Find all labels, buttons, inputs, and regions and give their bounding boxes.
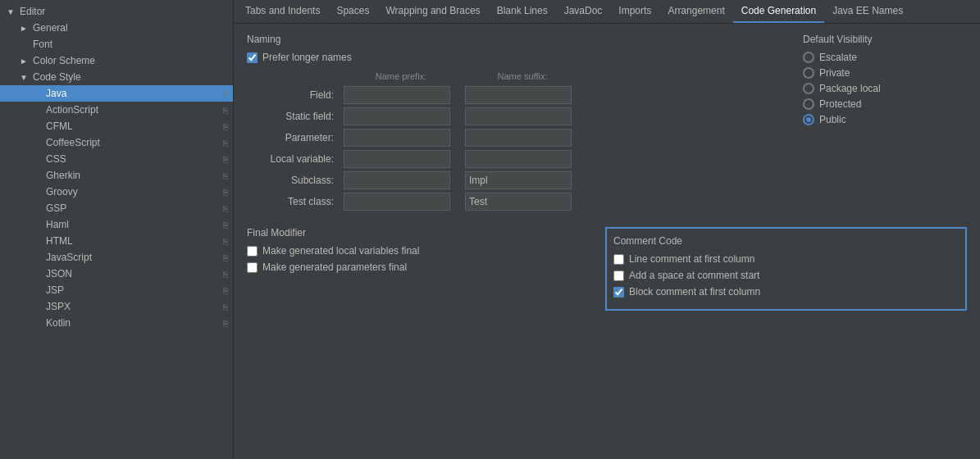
final-modifier-option-params-final[interactable]: Make generated parameters final: [247, 261, 592, 273]
sidebar-item-label: Haml: [46, 219, 69, 230]
radio-item-public[interactable]: Public: [803, 114, 967, 125]
sidebar-item-jspx[interactable]: JSPX⎘: [0, 298, 233, 315]
tab-spaces[interactable]: Spaces: [328, 0, 377, 23]
tab-tabs-indents[interactable]: Tabs and Indents: [237, 0, 328, 23]
tab-code-generation[interactable]: Code Generation: [733, 0, 824, 23]
sidebar-item-label: Font: [33, 39, 52, 50]
sidebar-item-label: Kotlin: [46, 317, 71, 329]
sidebar-item-html[interactable]: HTML⎘: [0, 233, 233, 249]
checkbox-label-block-comment: Block comment at first column: [629, 286, 760, 298]
radio-label-package-local: Package local: [819, 83, 881, 94]
sidebar-item-coffeescript[interactable]: CoffeeScript⎘: [0, 134, 233, 151]
tab-javadoc[interactable]: JavaDoc: [556, 0, 611, 23]
final-modifier-title: Final Modifier: [247, 227, 592, 239]
radio-label-private: Private: [819, 67, 850, 79]
prefer-longer-checkbox[interactable]: [247, 52, 258, 63]
top-section: Naming Prefer longer names Name prefix: …: [247, 34, 967, 211]
naming-prefix-5[interactable]: [344, 193, 450, 211]
comment-code-option-block-comment[interactable]: Block comment at first column: [613, 286, 959, 298]
checkbox-space-comment-start[interactable]: [613, 270, 624, 281]
visibility-radio-group: EscalatePrivatePackage localProtectedPub…: [803, 52, 967, 125]
checkbox-block-comment[interactable]: [613, 287, 624, 298]
radio-circle-protected: [803, 98, 814, 110]
radio-item-private[interactable]: Private: [803, 67, 967, 79]
naming-row-label-1: Static field:: [247, 111, 337, 122]
sidebar-item-actionscript[interactable]: ActionScript⎘: [0, 102, 233, 118]
sidebar-item-color-scheme[interactable]: ►Color Scheme: [0, 52, 233, 69]
naming-suffix-3[interactable]: [465, 150, 572, 168]
sidebar-item-label: Editor: [20, 6, 45, 17]
sidebar-item-label: GSP: [46, 202, 66, 214]
naming-row-label-3: Local variable:: [247, 153, 337, 165]
checkbox-params-final[interactable]: [247, 262, 258, 273]
prefer-longer-label: Prefer longer names: [262, 52, 352, 63]
copy-icon: ⎘: [223, 204, 228, 213]
copy-icon: ⎘: [223, 89, 228, 98]
sidebar: ▼Editor►GeneralFont►Color Scheme▼Code St…: [0, 0, 234, 459]
naming-suffix-4[interactable]: [465, 171, 572, 189]
tab-java-ee-names[interactable]: Java EE Names: [824, 0, 911, 23]
main-content: Tabs and IndentsSpacesWrapping and Brace…: [234, 0, 980, 459]
copy-icon: ⎘: [223, 253, 228, 262]
sidebar-item-label: Gherkin: [46, 170, 80, 181]
sidebar-item-css[interactable]: CSS⎘: [0, 151, 233, 167]
checkbox-local-final[interactable]: [247, 246, 258, 257]
sidebar-item-font[interactable]: Font: [0, 36, 233, 52]
sidebar-item-cfml[interactable]: CFML⎘: [0, 118, 233, 134]
sidebar-item-javascript[interactable]: JavaScript⎘: [0, 249, 233, 266]
sidebar-item-kotlin[interactable]: Kotlin⎘: [0, 315, 233, 331]
copy-icon: ⎘: [223, 155, 228, 164]
copy-icon: ⎘: [223, 122, 228, 131]
visibility-section: Default Visibility EscalatePrivatePackag…: [803, 34, 967, 211]
radio-circle-package-local: [803, 83, 814, 94]
checkbox-line-comment-first[interactable]: [613, 254, 624, 265]
sidebar-item-label: Code Style: [33, 71, 81, 83]
arrow-icon: ►: [20, 24, 30, 33]
tab-imports[interactable]: Imports: [610, 0, 659, 23]
naming-prefix-0[interactable]: [344, 86, 450, 104]
sidebar-item-editor[interactable]: ▼Editor: [0, 3, 233, 20]
comment-code-option-line-comment-first[interactable]: Line comment at first column: [613, 253, 959, 265]
tab-wrapping[interactable]: Wrapping and Braces: [377, 0, 488, 23]
naming-row-label-5: Test class:: [247, 196, 337, 207]
radio-circle-private: [803, 67, 814, 79]
naming-prefix-2[interactable]: [344, 129, 450, 147]
tab-blank-lines[interactable]: Blank Lines: [489, 0, 556, 23]
copy-icon: ⎘: [223, 188, 228, 197]
sidebar-item-label: JavaScript: [46, 252, 92, 263]
naming-grid: Name prefix: Name suffix: Field:Static f…: [247, 71, 790, 211]
radio-item-escalate[interactable]: Escalate: [803, 52, 967, 63]
sidebar-item-gherkin[interactable]: Gherkin⎘: [0, 167, 233, 184]
comment-code-options: Line comment at first columnAdd a space …: [613, 253, 959, 298]
comment-code-section: Comment Code Line comment at first colum…: [605, 227, 967, 311]
sidebar-item-gsp[interactable]: GSP⎘: [0, 200, 233, 216]
naming-prefix-1[interactable]: [344, 107, 450, 125]
arrow-icon: ▼: [7, 7, 16, 16]
comment-code-option-space-comment-start[interactable]: Add a space at comment start: [613, 270, 959, 281]
sidebar-item-label: General: [33, 22, 68, 34]
sidebar-item-json[interactable]: JSON⎘: [0, 266, 233, 282]
sidebar-item-groovy[interactable]: Groovy⎘: [0, 184, 233, 200]
copy-icon: ⎘: [223, 237, 228, 246]
naming-row-label-2: Parameter:: [247, 132, 337, 143]
arrow-icon: ▼: [20, 73, 30, 82]
checkbox-label-line-comment-first: Line comment at first column: [629, 253, 754, 265]
tab-arrangement[interactable]: Arrangement: [659, 0, 732, 23]
sidebar-item-label: JSP: [46, 284, 64, 296]
sidebar-item-jsp[interactable]: JSP⎘: [0, 282, 233, 298]
sidebar-item-general[interactable]: ►General: [0, 20, 233, 36]
naming-prefix-3[interactable]: [344, 150, 450, 168]
naming-suffix-5[interactable]: [465, 193, 572, 211]
sidebar-item-haml[interactable]: Haml⎘: [0, 216, 233, 233]
sidebar-item-code-style[interactable]: ▼Code Style: [0, 69, 233, 85]
arrow-icon: ►: [20, 57, 30, 66]
naming-suffix-1[interactable]: [465, 107, 572, 125]
sidebar-item-java[interactable]: Java⎘: [0, 85, 233, 102]
naming-suffix-0[interactable]: [465, 86, 572, 104]
naming-suffix-2[interactable]: [465, 129, 572, 147]
radio-item-protected[interactable]: Protected: [803, 98, 967, 110]
radio-item-package-local[interactable]: Package local: [803, 83, 967, 94]
naming-prefix-4[interactable]: [344, 171, 450, 189]
sidebar-item-label: Java: [46, 88, 66, 99]
final-modifier-option-local-final[interactable]: Make generated local variables final: [247, 245, 592, 257]
